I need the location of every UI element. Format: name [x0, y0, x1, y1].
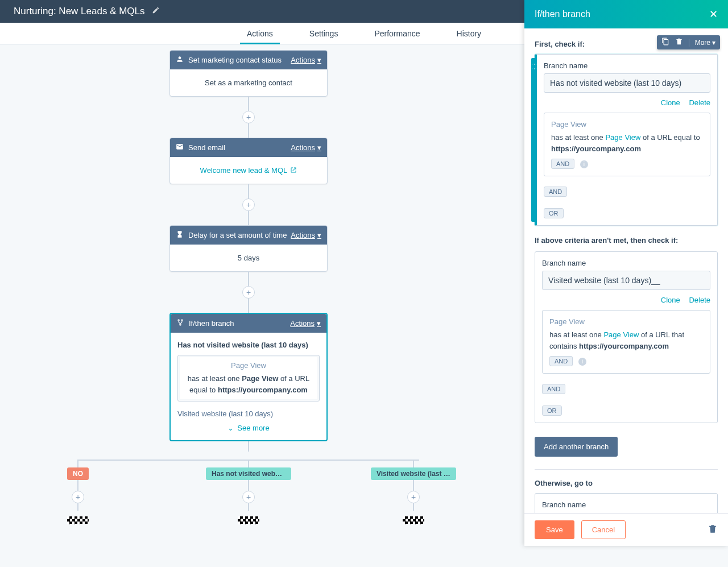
email-link[interactable]: Welcome new lead & MQL — [200, 166, 297, 175]
delete-button[interactable]: Delete — [689, 296, 710, 304]
end-flag-icon — [403, 516, 424, 524]
add-action-button[interactable]: + — [407, 491, 420, 503]
node-if-then-branch[interactable]: If/then branch Actions ▾ Has not visited… — [169, 313, 328, 441]
caret-down-icon: ▾ — [317, 143, 321, 152]
trash-icon[interactable] — [675, 38, 683, 47]
branch-1-name: Has not visited website (last 10 days) — [177, 341, 320, 349]
caret-down-icon: ▾ — [317, 319, 321, 328]
save-button[interactable]: Save — [535, 520, 574, 539]
panel-footer: Save Cancel — [524, 513, 728, 546]
add-action-button[interactable]: + — [242, 198, 255, 211]
node-title: Delay for a set amount of time — [188, 231, 287, 239]
node-actions-menu[interactable]: Actions ▾ — [291, 231, 321, 239]
branch-name-label: Branch name — [542, 500, 710, 509]
workflow-title: Nurturing: New Leads & MQLs — [14, 6, 145, 17]
caret-down-icon: ▾ — [712, 39, 715, 47]
info-icon[interactable]: i — [580, 160, 588, 168]
edit-title-icon[interactable] — [152, 6, 160, 16]
node-actions-menu[interactable]: Actions ▾ — [290, 319, 321, 328]
see-more-button[interactable]: ⌄ See more — [177, 424, 320, 432]
filter-condition[interactable]: Page View has at least one Page View of … — [544, 113, 710, 176]
add-action-button[interactable]: + — [242, 491, 255, 503]
add-action-button[interactable]: + — [242, 286, 255, 299]
branch-name-input[interactable] — [544, 73, 710, 93]
branch-name-input[interactable] — [542, 271, 710, 290]
otherwise-label: Otherwise, go to — [535, 479, 718, 487]
info-icon[interactable]: i — [578, 358, 586, 366]
add-action-button[interactable]: + — [72, 491, 84, 503]
filter-condition[interactable]: Page View has at least one Page View of … — [542, 310, 710, 374]
branch-pill-no[interactable]: NO — [67, 467, 89, 480]
branch-pill-2[interactable]: Visited website (last 10… — [371, 467, 456, 480]
external-link-icon — [289, 166, 297, 175]
hourglass-icon — [176, 230, 184, 240]
branch-pill-1[interactable]: Has not visited website… — [206, 467, 291, 480]
branch-card-1[interactable]: Branch name Clone Delete Page View has a… — [535, 54, 718, 226]
node-body: 5 days — [170, 245, 327, 271]
copy-icon[interactable] — [661, 38, 669, 47]
branch-2-name: Visited website (last 10 days) — [177, 409, 320, 418]
node-delay[interactable]: Delay for a set amount of time Actions ▾… — [169, 225, 328, 272]
add-branch-button[interactable]: Add another branch — [535, 437, 618, 457]
delete-button[interactable]: Delete — [689, 98, 710, 107]
node-title: Send email — [188, 143, 225, 152]
caret-down-icon: ▾ — [317, 231, 321, 239]
node-title: Set marketing contact status — [188, 56, 282, 64]
end-flag-icon — [67, 516, 89, 524]
drag-handle[interactable] — [531, 58, 536, 222]
page-view-condition: Page View has at least one Page View of … — [177, 355, 320, 402]
chevron-down-icon: ⌄ — [228, 424, 234, 432]
node-send-email[interactable]: Send email Actions ▾ Welcome new lead & … — [169, 138, 328, 184]
node-body: Set as a marketing contact — [170, 69, 327, 96]
cancel-button[interactable]: Cancel — [581, 520, 626, 539]
and-inner-chip[interactable]: AND — [549, 356, 573, 366]
tab-settings[interactable]: Settings — [307, 23, 341, 44]
tab-performance[interactable]: Performance — [372, 23, 422, 44]
add-action-button[interactable]: + — [242, 111, 255, 123]
clone-button[interactable]: Clone — [661, 296, 680, 304]
delete-action-icon[interactable] — [708, 524, 718, 536]
node-title: If/then branch — [189, 319, 234, 328]
node-set-marketing-status[interactable]: Set marketing contact status Actions ▾ S… — [169, 50, 328, 97]
end-flag-icon — [238, 516, 259, 524]
or-chip[interactable]: OR — [542, 405, 562, 416]
tab-actions[interactable]: Actions — [245, 23, 275, 44]
branch-icon — [176, 318, 184, 328]
panel-title: If/then branch — [535, 9, 590, 19]
side-panel: If/then branch ✕ More ▾ First, check if:… — [524, 0, 728, 546]
or-chip[interactable]: OR — [544, 208, 564, 218]
close-icon[interactable]: ✕ — [709, 8, 718, 20]
branch-name-label: Branch name — [542, 259, 710, 267]
more-menu[interactable]: More ▾ — [695, 39, 715, 47]
clone-button[interactable]: Clone — [661, 98, 680, 107]
user-icon — [176, 55, 184, 65]
node-actions-menu[interactable]: Actions ▾ — [291, 56, 321, 64]
and-chip[interactable]: AND — [544, 187, 567, 197]
branch-card-2[interactable]: Branch name Clone Delete Page View has a… — [535, 251, 718, 423]
side-panel-header: If/then branch ✕ — [524, 0, 728, 28]
branch-toolbar: More ▾ — [657, 35, 720, 49]
node-actions-menu[interactable]: Actions ▾ — [291, 143, 321, 152]
and-chip[interactable]: AND — [542, 384, 565, 394]
tab-history[interactable]: History — [454, 23, 484, 44]
workflow-canvas[interactable]: Set marketing contact status Actions ▾ S… — [0, 44, 497, 567]
and-inner-chip[interactable]: AND — [551, 159, 574, 169]
mail-icon — [176, 143, 184, 152]
caret-down-icon: ▾ — [317, 56, 321, 64]
branch-name-label: Branch name — [544, 61, 710, 70]
second-check-label: If above criteria aren't met, then check… — [535, 236, 718, 245]
